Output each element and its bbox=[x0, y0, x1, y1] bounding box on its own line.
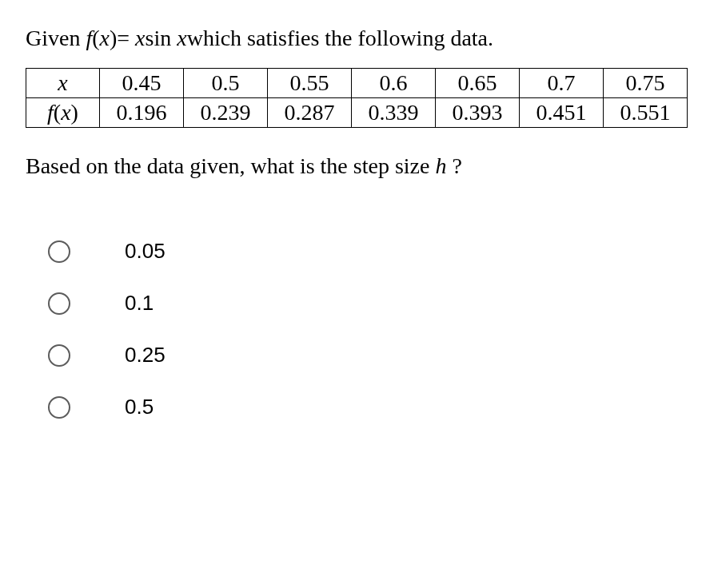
radio-icon[interactable] bbox=[48, 396, 70, 419]
prompt-statement: Based on the data given, what is the ste… bbox=[26, 150, 680, 181]
x-cell: 0.55 bbox=[268, 69, 352, 98]
fx-cell: 0.196 bbox=[100, 98, 184, 128]
paren-close: ) bbox=[110, 26, 117, 50]
fx-cell: 0.239 bbox=[184, 98, 268, 128]
x-cell: 0.65 bbox=[436, 69, 520, 98]
equals: = bbox=[117, 26, 130, 50]
fx-cell: 0.551 bbox=[604, 98, 688, 128]
x-cell: 0.75 bbox=[604, 69, 688, 98]
radio-icon[interactable] bbox=[48, 292, 70, 315]
option-row[interactable]: 0.25 bbox=[48, 343, 680, 368]
fx-cell: 0.287 bbox=[268, 98, 352, 128]
text-suffix: which satisfies the following data. bbox=[187, 26, 493, 50]
paren-open: ( bbox=[92, 26, 99, 50]
fx-cell: 0.451 bbox=[520, 98, 604, 128]
prompt-part2: ? bbox=[446, 153, 461, 178]
x-cell: 0.6 bbox=[352, 69, 436, 98]
option-row[interactable]: 0.1 bbox=[48, 291, 680, 316]
fx-cell: 0.339 bbox=[352, 98, 436, 128]
fx-label-f: f bbox=[47, 100, 54, 125]
option-label: 0.5 bbox=[125, 395, 154, 419]
option-label: 0.1 bbox=[125, 291, 154, 316]
radio-icon[interactable] bbox=[48, 240, 70, 263]
option-label: 0.25 bbox=[125, 343, 166, 368]
text-given: Given bbox=[26, 26, 86, 50]
x-cell: 0.7 bbox=[520, 69, 604, 98]
fx-cell: 0.393 bbox=[436, 98, 520, 128]
table-row-fx: f(x) 0.196 0.239 0.287 0.339 0.393 0.451… bbox=[26, 98, 688, 128]
row-header-x: x bbox=[26, 69, 100, 98]
option-row[interactable]: 0.05 bbox=[48, 239, 680, 264]
x-cell: 0.5 bbox=[184, 69, 268, 98]
options-group: 0.05 0.1 0.25 0.5 bbox=[26, 239, 680, 419]
x-cell: 0.45 bbox=[100, 69, 184, 98]
question-statement: Given f(x)= xsin xwhich satisfies the fo… bbox=[26, 22, 680, 54]
rhs-sin: sin bbox=[146, 26, 172, 50]
fx-label-x: x bbox=[61, 100, 70, 125]
var-x: x bbox=[100, 26, 110, 50]
data-table: x 0.45 0.5 0.55 0.6 0.65 0.7 0.75 f(x) 0… bbox=[26, 68, 688, 128]
option-row[interactable]: 0.5 bbox=[48, 395, 680, 419]
row-header-fx: f(x) bbox=[26, 98, 100, 128]
option-label: 0.05 bbox=[125, 239, 166, 264]
rhs-x: x bbox=[135, 26, 145, 50]
prompt-var-h: h bbox=[435, 153, 446, 178]
radio-icon[interactable] bbox=[48, 344, 70, 367]
table-row-x: x 0.45 0.5 0.55 0.6 0.65 0.7 0.75 bbox=[26, 69, 688, 98]
prompt-part1: Based on the data given, what is the ste… bbox=[26, 153, 435, 178]
rhs-x2: x bbox=[177, 26, 186, 50]
x-label: x bbox=[58, 70, 67, 95]
